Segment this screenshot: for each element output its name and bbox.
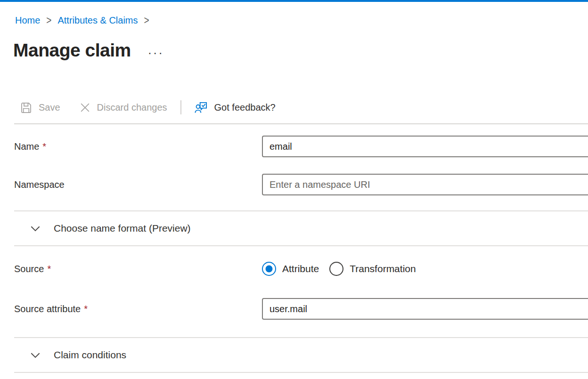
discard-changes-label: Discard changes [97,102,167,113]
discard-changes-button[interactable]: Discard changes [74,99,173,116]
namespace-label: Namespace [14,179,262,190]
name-label-text: Name [14,141,39,152]
name-label: Name* [14,141,262,152]
source-radio-transformation[interactable]: Transformation [329,262,416,276]
source-label-text: Source [14,264,44,274]
chevron-down-icon [29,222,41,234]
section-choose-name-format[interactable]: Choose name format (Preview) [14,211,588,245]
chevron-down-icon [29,349,41,361]
toolbar-divider [180,100,181,114]
save-button[interactable]: Save [14,98,66,117]
section-claim-conditions-label: Claim conditions [54,349,126,361]
source-radio-group: Attribute Transformation [262,262,416,276]
command-bar: Save Discard changes Got feedback? [14,98,588,117]
close-icon [79,102,91,113]
source-radio-transformation-label: Transformation [350,263,416,274]
feedback-icon [195,101,208,114]
section-claim-conditions[interactable]: Claim conditions [14,338,588,372]
source-radio-attribute[interactable]: Attribute [262,262,319,276]
namespace-input[interactable] [262,174,588,195]
got-feedback-label: Got feedback? [214,102,276,113]
page-header: Manage claim ··· [13,39,588,62]
radio-selected-icon [262,262,276,276]
save-icon [20,101,33,114]
save-button-label: Save [39,102,60,113]
toolbar-bottom-divider [14,123,588,124]
required-asterisk: * [84,304,88,314]
section-divider [14,372,588,373]
source-attribute-input[interactable] [262,298,588,320]
breadcrumb-home-link[interactable]: Home [15,14,40,26]
section-divider [14,245,588,246]
source-attribute-field-row: Source attribute* [14,298,588,320]
page-title: Manage claim [13,39,131,62]
breadcrumb: Home > Attributes & Claims > [15,14,588,26]
required-asterisk: * [42,141,46,152]
source-field-row: Source* Attribute Transformation [14,258,588,279]
more-options-button[interactable]: ··· [145,48,167,57]
source-attribute-label-text: Source attribute [14,304,81,314]
source-radio-attribute-label: Attribute [282,263,319,274]
got-feedback-button[interactable]: Got feedback? [189,98,281,117]
name-input[interactable] [262,136,588,157]
breadcrumb-attributes-claims-link[interactable]: Attributes & Claims [57,14,138,26]
required-asterisk: * [47,264,51,274]
namespace-field-row: Namespace [14,174,588,195]
top-accent-bar [0,0,588,2]
breadcrumb-separator-icon: > [138,13,155,28]
source-attribute-label: Source attribute* [14,304,262,314]
source-label: Source* [14,264,262,274]
section-choose-name-format-label: Choose name format (Preview) [54,223,191,234]
radio-unselected-icon [329,262,343,276]
name-field-row: Name* [14,136,588,157]
breadcrumb-separator-icon: > [40,13,57,28]
namespace-label-text: Namespace [14,179,65,190]
